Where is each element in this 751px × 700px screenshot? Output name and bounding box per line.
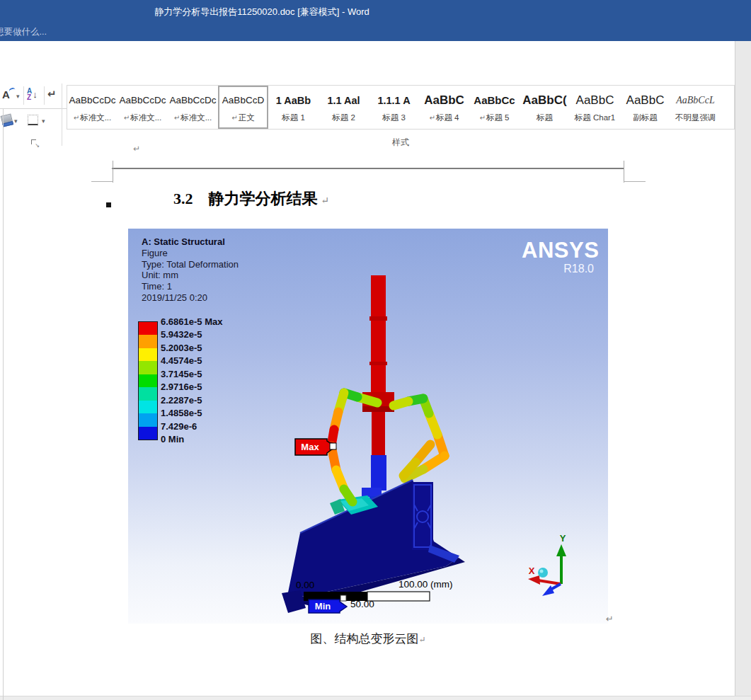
margin-mark xyxy=(113,161,113,183)
y-axis-label: Y xyxy=(560,533,566,544)
status-bar-edge xyxy=(0,696,751,700)
heading-number: 3.2 xyxy=(173,190,193,207)
style-item-12[interactable]: AaBbC副标题 xyxy=(620,86,670,129)
margin-mark xyxy=(624,181,646,182)
style-label: ↵标题 5 xyxy=(471,113,518,123)
style-preview: AaBbC xyxy=(420,92,468,110)
style-label: 强 xyxy=(722,113,735,123)
shaft-red xyxy=(362,275,394,457)
style-label: 标题 Char1 xyxy=(571,113,619,123)
style-preview: AaBbCc xyxy=(471,92,518,110)
tell-me-box[interactable]: 想要做什么... xyxy=(0,26,47,38)
style-label: ↵标准文... xyxy=(119,113,166,123)
style-item-13[interactable]: AaBbCcL不明显强调 xyxy=(670,86,721,129)
paragraph-mark-icon[interactable]: ↵ xyxy=(47,88,57,101)
separator xyxy=(44,86,45,105)
style-preview: AaBbCcD xyxy=(219,92,267,110)
style-label: 不明显强调 xyxy=(672,113,719,123)
style-label: ↵标准文... xyxy=(69,113,116,123)
chevron-down-icon[interactable]: ▾ xyxy=(42,117,45,125)
style-label: 标题 1 xyxy=(270,113,317,123)
scale-left-label: 0.00 xyxy=(296,580,314,590)
style-preview: 1.1 Aal xyxy=(320,92,367,110)
separator xyxy=(23,86,24,105)
style-item-14[interactable]: AaI强 xyxy=(721,86,735,129)
style-label: ↵标题 4 xyxy=(420,113,468,123)
style-item-1[interactable]: AaBbCcDc↵标准文... xyxy=(67,86,117,129)
style-label: 标题 xyxy=(521,113,568,123)
style-item-3[interactable]: AaBbCcDc↵标准文... xyxy=(168,86,218,129)
heading-bullet xyxy=(106,202,111,207)
svg-text:Min: Min xyxy=(315,601,331,612)
paragraph-dialog-launcher-icon[interactable]: ↘ xyxy=(31,139,39,147)
style-label: 副标题 xyxy=(621,113,669,123)
style-preview: AaBbCcDc xyxy=(169,92,217,110)
paragraph-mark: ↵ xyxy=(606,614,614,624)
sort-icon[interactable]: AZ ↓ xyxy=(27,88,38,101)
svg-text:Max: Max xyxy=(301,442,319,452)
style-preview: 1 AaBb xyxy=(270,92,317,110)
figure-caption: 图、结构总变形云图↵ xyxy=(128,631,608,647)
margin-mark xyxy=(624,161,624,183)
x-axis-label: X xyxy=(529,566,535,576)
chevron-down-icon[interactable]: ▾ xyxy=(16,93,20,100)
style-preview: AaI xyxy=(722,92,735,110)
coordinate-triad: Y X xyxy=(528,533,566,596)
style-label: ↵正文 xyxy=(219,113,267,123)
style-preview: AaBbCcL xyxy=(672,92,719,110)
style-label: 标题 3 xyxy=(370,113,418,123)
title-bar: 静力学分析导出报告11250020.doc [兼容模式] - Word 想要做什… xyxy=(0,0,751,41)
iso-ball xyxy=(538,568,548,578)
style-item-6[interactable]: 1.1 Aal标题 2 xyxy=(319,86,369,129)
style-item-8[interactable]: AaBbC↵标题 4 xyxy=(419,86,469,129)
separator xyxy=(62,84,62,146)
style-preview: 1.1.1 A xyxy=(370,92,418,110)
style-label: ↵标准文... xyxy=(169,113,217,123)
style-item-5[interactable]: 1 AaBb标题 1 xyxy=(268,86,319,129)
paragraph-mark: ↵ xyxy=(133,144,140,154)
style-gallery: AaBbCcDc↵标准文...AaBbCcDc↵标准文...AaBbCcDc↵标… xyxy=(67,85,735,130)
paragraph-mark: ↵ xyxy=(418,635,425,645)
style-item-2[interactable]: AaBbCcDc↵标准文... xyxy=(117,86,168,129)
margin-mark xyxy=(91,181,113,182)
heading-text: 静力学分析结果 xyxy=(209,190,318,207)
header-rule xyxy=(112,168,624,169)
section-heading: 3.2静力学分析结果↵ xyxy=(173,188,329,210)
style-item-11[interactable]: AaBbC标题 Char1 xyxy=(570,86,620,129)
style-item-10[interactable]: AaBbC(标题 xyxy=(520,86,570,129)
style-item-7[interactable]: 1.1.1 A标题 3 xyxy=(369,86,419,129)
paragraph-mark: ↵ xyxy=(321,195,330,206)
window-title: 静力学分析导出报告11250020.doc [兼容模式] - Word xyxy=(0,6,524,18)
style-preview: AaBbCcDc xyxy=(119,92,166,110)
style-label: 标题 2 xyxy=(320,113,367,123)
styles-group-label: 样式 xyxy=(67,137,735,149)
style-preview: AaBbCcDc xyxy=(69,92,116,110)
style-preview: AaBbC( xyxy=(521,92,568,110)
scale-mid-label: 50.00 xyxy=(350,599,374,609)
style-preview: AaBbC xyxy=(621,92,669,110)
borders-icon[interactable] xyxy=(28,115,38,125)
style-preview: AaBbC xyxy=(571,92,619,110)
vertical-scrollbar[interactable] xyxy=(735,41,751,700)
deformation-model: Max 0.00 100.00 (mm) 50.00 Min Y X xyxy=(128,229,608,624)
ribbon: A ▾ AZ ↓ ↵ ▾ ▾ ↘ AaBbCcDc↵标准文...AaBbCcDc… xyxy=(0,41,751,109)
chevron-down-icon[interactable]: ▾ xyxy=(14,117,18,125)
scale-right-label: 100.00 (mm) xyxy=(399,579,453,590)
page-left-edge xyxy=(3,109,4,700)
ansys-result-image[interactable]: A: Static Structural Figure Type: Total … xyxy=(128,229,608,624)
style-item-9[interactable]: AaBbCc↵标题 5 xyxy=(469,86,520,129)
style-item-4[interactable]: AaBbCcD↵正文 xyxy=(218,86,268,129)
